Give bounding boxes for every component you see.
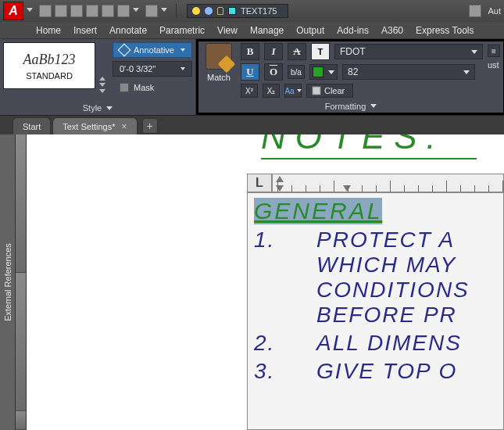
clear-icon [312, 86, 321, 95]
tab-output[interactable]: Output [296, 25, 324, 36]
plot-icon[interactable] [102, 5, 114, 17]
drawing-canvas[interactable]: NOTES: L GENERAL 1. PROTECT A WHICH MAY … [27, 134, 504, 430]
redo-dropdown[interactable] [161, 8, 167, 14]
italic-button[interactable]: I [264, 43, 283, 60]
style-gallery-expand[interactable] [95, 42, 109, 98]
chevron-down-icon [181, 67, 185, 70]
ribbon: AaBb123 STANDARD Annotative 0'-0 3/32" [0, 39, 504, 116]
formatting-panel: Match B I A T FDOT U O b/a [196, 39, 504, 115]
layer-lock-icon [217, 7, 223, 15]
tab-manage[interactable]: Manage [250, 25, 284, 36]
palette-handle[interactable] [16, 134, 26, 273]
layer-on-icon [192, 7, 200, 15]
mtext-editor[interactable]: GENERAL 1. PROTECT A WHICH MAY CONDITION… [247, 192, 504, 430]
chevron-down-icon [370, 104, 377, 108]
redo-icon[interactable] [145, 5, 158, 17]
palette-handles [16, 134, 27, 430]
strikethrough-button[interactable]: A [288, 43, 306, 60]
annotative-icon [120, 45, 129, 55]
quick-access-toolbar: A TEXT175 Aut [0, 0, 504, 22]
color-swatch [313, 66, 323, 77]
text-height-combo[interactable]: 0'-0 3/32" [113, 61, 192, 77]
tab-insert[interactable]: Insert [73, 25, 97, 36]
ruler-scale[interactable] [272, 174, 504, 192]
ust-label: ust [488, 60, 499, 70]
text-height-value: 0'-0 3/32" [120, 64, 155, 73]
notes-heading: NOTES: [261, 134, 445, 156]
bold-button[interactable]: B [241, 43, 259, 60]
text-editor-ruler[interactable]: L [247, 174, 504, 192]
new-tab-button[interactable]: + [142, 118, 158, 134]
save-icon[interactable] [70, 5, 83, 17]
match-properties-icon[interactable] [206, 43, 232, 70]
layer-selector[interactable]: TEXT175 [187, 4, 288, 18]
font-combo[interactable]: FDOT [334, 44, 483, 59]
close-icon[interactable]: × [122, 121, 127, 132]
annotative-label: Annotative [134, 45, 174, 55]
list-item[interactable]: 3. GIVE TOP O [254, 359, 503, 384]
chevron-down-icon [297, 89, 302, 92]
subscript-button[interactable]: X₂ [263, 84, 280, 98]
chevron-down-icon [328, 70, 334, 74]
undo-icon[interactable] [117, 5, 130, 17]
clear-label: Clear [324, 86, 345, 95]
undo-dropdown[interactable] [133, 8, 139, 14]
saveas-icon[interactable] [86, 5, 98, 17]
superscript-button[interactable]: X² [241, 84, 258, 98]
tab-annotate[interactable]: Annotate [109, 25, 147, 36]
section-heading[interactable]: GENERAL [254, 198, 382, 224]
tab-view[interactable]: View [217, 25, 238, 36]
clear-formatting-button[interactable]: Clear [306, 84, 353, 98]
app-menu-dropdown[interactable] [27, 8, 33, 14]
change-case-button[interactable]: Aa [284, 84, 302, 98]
tab-express[interactable]: Express Tools [416, 25, 474, 36]
size-value: 82 [348, 66, 358, 77]
underline-button[interactable]: U [241, 63, 259, 81]
style-sample: AaBb123 [23, 52, 76, 68]
workspace-icon[interactable] [469, 5, 481, 17]
external-references-palette[interactable]: External References [0, 134, 16, 430]
doc-tab-text-settings[interactable]: Text Settings* × [52, 117, 137, 134]
palette-handle[interactable] [16, 273, 26, 411]
chevron-down-icon [181, 48, 185, 52]
open-icon[interactable] [55, 5, 67, 17]
tab-stop-button[interactable]: L [247, 174, 272, 192]
font-value: FDOT [340, 46, 366, 57]
mask-label: Mask [134, 83, 154, 92]
app-logo[interactable]: A [3, 2, 23, 20]
text-style-gallery[interactable]: AaBb123 STANDARD [3, 42, 95, 89]
background-mask-button[interactable]: T [311, 43, 330, 60]
list-item-cont: WHICH MAY [316, 253, 503, 278]
tab-home[interactable]: Home [36, 25, 61, 36]
chevron-down-icon [463, 70, 470, 74]
new-icon[interactable] [39, 5, 52, 17]
tab-a360[interactable]: A360 [381, 25, 403, 36]
text-color-button[interactable] [309, 64, 338, 80]
chevron-down-icon [106, 106, 113, 110]
mask-button[interactable]: Mask [113, 80, 192, 95]
mask-icon [120, 83, 129, 92]
list-item-cont: BEFORE PR [316, 303, 503, 328]
qat-separator [176, 4, 177, 18]
match-label: Match [207, 73, 231, 82]
style-current: STANDARD [26, 71, 73, 81]
list-item[interactable]: 2. ALL DIMENS [254, 331, 503, 356]
layer-freeze-icon [205, 7, 213, 15]
tab-parametric[interactable]: Parametric [159, 25, 205, 36]
stack-button[interactable]: b/a [288, 65, 305, 79]
annotative-button[interactable]: Annotative [113, 42, 192, 58]
palette-handle[interactable] [16, 411, 26, 430]
tab-marker[interactable] [343, 185, 351, 192]
tab-addins[interactable]: Add-ins [337, 25, 369, 36]
style-panel-title[interactable]: Style [0, 101, 195, 115]
ruler-toggle-button[interactable]: ≡ [488, 45, 500, 57]
layer-color-swatch [228, 7, 236, 15]
size-combo[interactable]: 82 [342, 64, 475, 80]
list-item-cont: CONDITIONS [316, 278, 503, 303]
formatting-panel-title[interactable]: Formatting [198, 99, 503, 113]
list-item[interactable]: 1. PROTECT A [254, 228, 503, 253]
doc-tab-start[interactable]: Start [13, 117, 51, 134]
style-panel: AaBb123 STANDARD Annotative 0'-0 3/32" [0, 39, 196, 115]
document-tab-bar: Start Text Settings* × + [0, 116, 504, 134]
overline-button[interactable]: O [264, 63, 283, 81]
